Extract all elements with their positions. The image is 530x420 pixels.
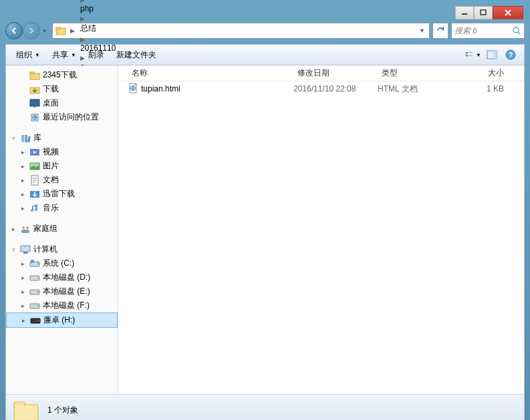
- chevron-right-icon[interactable]: ▶: [79, 0, 86, 3]
- chevron-right-icon[interactable]: ▶: [79, 15, 86, 22]
- sidebar-item[interactable]: ▸音乐: [6, 201, 118, 215]
- sidebar-item[interactable]: ▸迅雷下载: [6, 187, 118, 201]
- sidebar-item[interactable]: ▸本地磁盘 (E:): [6, 284, 118, 298]
- drive-icon: [29, 300, 40, 311]
- expand-icon[interactable]: [19, 71, 27, 79]
- preview-pane-button[interactable]: [484, 47, 500, 63]
- svg-point-38: [37, 277, 39, 278]
- drive-icon: [29, 272, 40, 283]
- view-options-button[interactable]: ▼: [465, 47, 481, 63]
- folder-icon: [55, 25, 66, 36]
- svg-rect-16: [30, 99, 39, 106]
- sidebar-item[interactable]: 桌面: [6, 96, 118, 110]
- sidebar-item[interactable]: ▸图片: [6, 159, 118, 173]
- expand-icon[interactable]: ▸: [19, 176, 27, 184]
- svg-rect-7: [469, 52, 473, 53]
- column-name[interactable]: 名称: [128, 67, 293, 79]
- column-type[interactable]: 类型: [378, 67, 452, 79]
- sidebar-item[interactable]: 下载: [6, 82, 118, 96]
- column-size[interactable]: 大小: [452, 67, 524, 79]
- expand-icon[interactable]: ▿: [10, 134, 17, 142]
- library-icon: [20, 133, 31, 144]
- breadcrumb-item[interactable]: php: [79, 4, 117, 13]
- expand-icon[interactable]: [19, 99, 27, 107]
- expand-icon[interactable]: ▸: [20, 317, 27, 324]
- expand-icon[interactable]: ▸: [19, 260, 27, 267]
- nav-history-dropdown[interactable]: ▼: [40, 22, 49, 39]
- svg-rect-49: [15, 406, 37, 419]
- maximize-button[interactable]: [474, 6, 493, 19]
- chevron-right-icon[interactable]: ▶: [79, 36, 86, 43]
- expand-icon[interactable]: ▸: [19, 204, 27, 212]
- sidebar-item-label: 库: [33, 132, 41, 144]
- new-folder-button[interactable]: 新建文件夹: [112, 47, 161, 63]
- sidebar-item[interactable]: ▿库: [6, 131, 118, 145]
- burn-button[interactable]: 刻录: [84, 47, 109, 63]
- search-placeholder: 搜索 b: [454, 25, 477, 37]
- expand-icon[interactable]: ▸: [19, 274, 27, 281]
- breadcrumb-item[interactable]: 总结: [79, 23, 117, 34]
- sidebar-item-label: 音乐: [43, 202, 59, 214]
- minimize-button[interactable]: [455, 6, 474, 19]
- back-button[interactable]: [5, 22, 23, 39]
- sidebar-item[interactable]: ▸视频: [6, 145, 118, 159]
- sidebar-item-label: 2345下载: [43, 69, 77, 81]
- file-list-area: 名称 修改日期 类型 大小 tupian.html2016/11/10 22:0…: [118, 65, 524, 394]
- address-bar[interactable]: ▶ 计算机▶廉卓 (H:)▶php▶总结▶20161110▶a▶b▶ ▼: [52, 23, 430, 39]
- folder-icon: [29, 70, 40, 81]
- svg-rect-3: [56, 27, 60, 29]
- help-button[interactable]: ?: [503, 47, 519, 63]
- navigation-pane[interactable]: 2345下载下载桌面最近访问的位置▿库▸视频▸图片▸文档▸迅雷下载▸音乐▸家庭组…: [6, 65, 118, 394]
- sidebar-item[interactable]: ▸文档: [6, 173, 118, 187]
- file-row[interactable]: tupian.html2016/11/10 22:08HTML 文档1 KB: [118, 81, 524, 96]
- svg-rect-5: [466, 52, 468, 53]
- sidebar-item-label: 计算机: [33, 244, 57, 255]
- address-dropdown[interactable]: ▼: [418, 27, 426, 34]
- sidebar-item[interactable]: ▸廉卓 (H:): [6, 312, 118, 328]
- expand-icon[interactable]: [19, 85, 27, 93]
- column-date[interactable]: 修改日期: [293, 67, 378, 79]
- music-icon: [29, 203, 40, 214]
- svg-rect-20: [21, 135, 24, 142]
- expand-icon[interactable]: ▸: [19, 288, 27, 295]
- sidebar-item-label: 本地磁盘 (E:): [43, 286, 90, 297]
- drive-ext-icon: [30, 315, 41, 326]
- sidebar-item-label: 本地磁盘 (D:): [43, 272, 90, 283]
- sidebar-item[interactable]: 最近访问的位置: [6, 110, 118, 124]
- recent-icon: [29, 112, 40, 123]
- close-button[interactable]: [493, 6, 523, 19]
- expand-icon[interactable]: [19, 114, 27, 121]
- sidebar-item[interactable]: ▸系统 (C:): [6, 256, 118, 270]
- file-size: 1 KB: [452, 84, 524, 93]
- sidebar-item[interactable]: 2345下载: [6, 68, 118, 82]
- expand-icon[interactable]: ▸: [19, 190, 27, 198]
- svg-point-4: [513, 27, 519, 33]
- expand-icon[interactable]: ▸: [19, 162, 27, 170]
- sidebar-item-label: 下载: [43, 83, 59, 95]
- organize-menu[interactable]: 组织▼: [11, 47, 45, 63]
- main-area: 2345下载下载桌面最近访问的位置▿库▸视频▸图片▸文档▸迅雷下载▸音乐▸家庭组…: [5, 65, 525, 394]
- computer-icon: [20, 244, 31, 255]
- expand-icon[interactable]: ▸: [19, 148, 27, 156]
- expand-icon[interactable]: ▿: [10, 246, 17, 253]
- sidebar-item[interactable]: ▸本地磁盘 (F:): [6, 298, 118, 312]
- file-list[interactable]: tupian.html2016/11/10 22:08HTML 文档1 KB: [118, 81, 524, 394]
- svg-text:?: ?: [509, 51, 513, 59]
- expand-icon[interactable]: ▸: [19, 302, 27, 309]
- share-menu[interactable]: 共享▼: [47, 47, 81, 63]
- drive-sys-icon: [29, 258, 40, 269]
- expand-icon[interactable]: ▸: [10, 225, 17, 232]
- search-input[interactable]: 搜索 b: [451, 23, 525, 39]
- svg-rect-1: [481, 10, 486, 15]
- refresh-button[interactable]: [432, 23, 448, 39]
- homegroup-icon: [20, 224, 31, 234]
- svg-rect-21: [25, 135, 27, 142]
- chevron-right-icon[interactable]: ▶: [69, 27, 76, 34]
- forward-button[interactable]: [23, 22, 40, 39]
- sidebar-item-label: 文档: [43, 174, 59, 186]
- sidebar-item[interactable]: ▸本地磁盘 (D:): [6, 270, 118, 284]
- svg-rect-31: [21, 230, 29, 233]
- svg-rect-10: [493, 51, 497, 59]
- sidebar-item[interactable]: ▸家庭组: [6, 222, 118, 236]
- sidebar-item[interactable]: ▿计算机: [6, 242, 118, 256]
